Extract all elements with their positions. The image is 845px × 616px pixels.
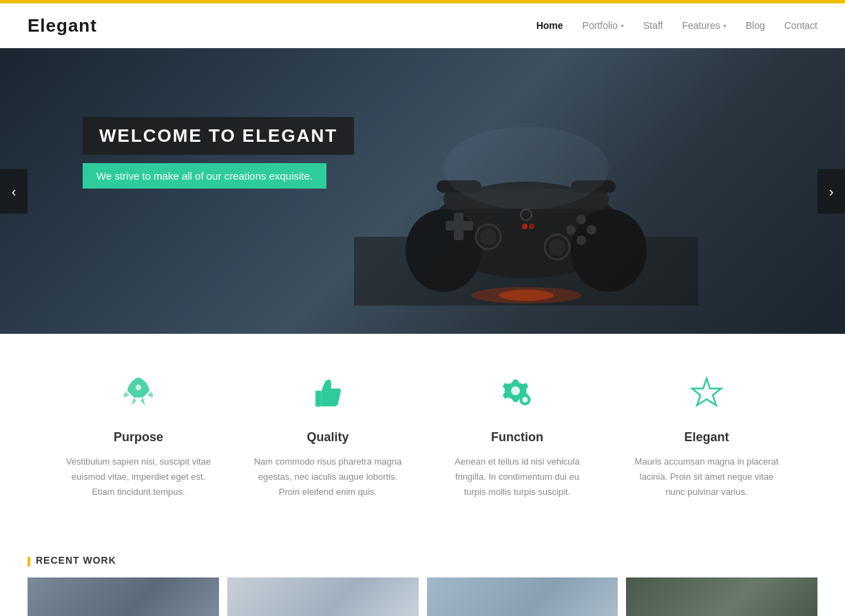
recent-work-section: RECENT WORK xyxy=(0,534,845,616)
portfolio-grid xyxy=(28,577,817,616)
svg-point-21 xyxy=(499,290,554,301)
svg-point-8 xyxy=(587,225,596,235)
svg-point-27 xyxy=(522,397,528,403)
recent-work-title: RECENT WORK xyxy=(28,555,817,566)
nav-features[interactable]: Features ▾ xyxy=(682,20,726,31)
main-nav: Home Portfolio ▾ Staff Features ▾ Blog C… xyxy=(536,20,817,31)
svg-rect-6 xyxy=(446,221,473,231)
portfolio-img-2 xyxy=(227,577,419,616)
portfolio-img-1 xyxy=(28,577,219,616)
hero-slider: WELCOME TO ELEGANT We strive to make all… xyxy=(0,48,845,334)
nav-staff[interactable]: Staff xyxy=(643,20,663,31)
feature-quality: Quality Nam commodo risus pharetra magna… xyxy=(233,375,423,500)
feature-elegant-title: Elegant xyxy=(633,430,781,445)
feature-purpose: Purpose Vestibulum sapien nisi, suscipit… xyxy=(44,375,233,500)
svg-point-16 xyxy=(529,224,534,229)
star-icon xyxy=(633,375,781,419)
feature-purpose-title: Purpose xyxy=(65,430,213,445)
thumbsup-icon xyxy=(254,375,402,419)
svg-marker-28 xyxy=(692,379,721,405)
hero-title-box: WELCOME TO ELEGANT xyxy=(83,117,354,155)
nav-home[interactable]: Home xyxy=(536,20,563,31)
hero-prev-arrow[interactable]: ‹ xyxy=(0,169,28,213)
feature-elegant: Elegant Mauris accumsan magna in placera… xyxy=(612,375,802,500)
hero-subtitle-box: We strive to make all of our creations e… xyxy=(83,163,326,189)
hero-content: WELCOME TO ELEGANT We strive to make all… xyxy=(83,117,354,189)
features-section: Purpose Vestibulum sapien nisi, suscipit… xyxy=(0,334,845,534)
feature-function-title: Function xyxy=(444,430,592,445)
svg-point-9 xyxy=(566,225,576,235)
svg-rect-24 xyxy=(315,391,321,407)
chevron-left-icon: ‹ xyxy=(12,183,17,199)
features-grid: Purpose Vestibulum sapien nisi, suscipit… xyxy=(44,375,802,500)
feature-quality-desc: Nam commodo risus pharetra magna egestas… xyxy=(254,454,402,500)
feature-purpose-desc: Vestibulum sapien nisi, suscipit vitae e… xyxy=(65,454,213,500)
hero-image-controller xyxy=(354,92,698,312)
portfolio-img-3 xyxy=(427,577,618,616)
svg-point-7 xyxy=(576,215,586,224)
gear-icon xyxy=(444,375,592,419)
rocket-icon xyxy=(65,375,213,419)
svg-point-15 xyxy=(522,224,528,229)
feature-quality-title: Quality xyxy=(254,430,402,445)
svg-point-25 xyxy=(511,386,520,395)
portfolio-item-2[interactable] xyxy=(227,577,419,616)
chevron-right-icon: › xyxy=(829,183,834,199)
feature-function: Function Aenean et tellus id nisi vehicu… xyxy=(423,375,612,500)
hero-subtitle: We strive to make all of our creations e… xyxy=(96,170,313,182)
feature-function-desc: Aenean et tellus id nisi vehicula fringi… xyxy=(444,454,592,500)
nav-portfolio[interactable]: Portfolio ▾ xyxy=(583,20,624,31)
svg-point-22 xyxy=(444,127,609,209)
hero-next-arrow[interactable]: › xyxy=(817,169,845,213)
svg-point-23 xyxy=(136,385,141,390)
hero-title: WELCOME TO ELEGANT xyxy=(99,125,337,147)
portfolio-img-4 xyxy=(626,577,817,616)
svg-point-10 xyxy=(576,235,586,245)
svg-point-14 xyxy=(549,239,565,255)
portfolio-item-4[interactable] xyxy=(626,577,817,616)
chevron-down-icon: ▾ xyxy=(723,22,727,30)
svg-point-12 xyxy=(480,229,497,245)
portfolio-item-1[interactable] xyxy=(28,577,219,616)
site-logo: Elegant xyxy=(28,15,97,36)
portfolio-item-3[interactable] xyxy=(427,577,618,616)
nav-contact[interactable]: Contact xyxy=(784,20,817,31)
svg-point-17 xyxy=(521,209,532,220)
header: Elegant Home Portfolio ▾ Staff Features … xyxy=(0,3,845,48)
chevron-down-icon: ▾ xyxy=(620,22,624,30)
nav-blog[interactable]: Blog xyxy=(746,20,765,31)
feature-elegant-desc: Mauris accumsan magna in placerat lacini… xyxy=(633,454,781,500)
